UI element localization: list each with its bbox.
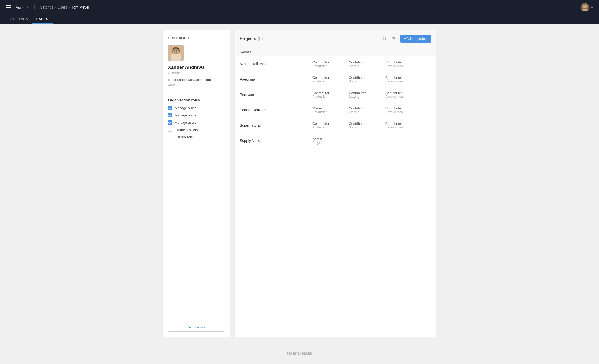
top-nav: Acme ▾ | Settings › Users › Tom Meyer ▾ [0, 0, 599, 15]
projects-header: Projects (6) + Add to pro [235, 30, 436, 47]
table-row: Paeonina Contributor Production Contribu… [235, 72, 436, 87]
role-group: Contributor Production [312, 76, 349, 83]
project-name: Supernatural [240, 123, 312, 127]
breadcrumb: Settings › Users › Tom Meyer [40, 5, 90, 9]
main-content: ‹ Back to users Xander Andrews Username … [157, 24, 442, 343]
org-name[interactable]: Acme ▾ [16, 5, 29, 10]
role-group: Viewer Production [312, 106, 349, 114]
role-group: Contributor Production [312, 91, 349, 99]
filter-icon [392, 37, 396, 41]
user-full-name: Xander Andrews [168, 65, 225, 70]
role-group: Contributer Development [385, 91, 422, 99]
role-manage-users[interactable]: Manage users [168, 120, 225, 125]
role-create-projects[interactable]: Create projects [168, 128, 225, 132]
projects-table: Name ▾ Natural Talisman Contributor Prod… [235, 47, 436, 148]
table-header-name[interactable]: Name ▾ [240, 50, 252, 54]
project-name: Peruvian [240, 93, 312, 97]
svg-point-9 [174, 50, 175, 51]
row-actions-button[interactable]: ⋮ [422, 91, 431, 99]
role-group: Contributor Production [312, 60, 349, 68]
role-group: Contributor Staging [349, 106, 385, 114]
role-manage-plans[interactable]: Manage plans [168, 113, 225, 117]
table-header: Name ▾ [235, 47, 436, 56]
svg-line-12 [385, 39, 386, 40]
nav-chevron-icon: ▾ [591, 5, 593, 9]
add-to-project-button[interactable]: + Add to project [400, 35, 431, 43]
table-row: Peruvian Contributor Production Contribu… [235, 87, 436, 102]
svg-point-1 [583, 5, 587, 8]
project-name: Natural Talisman [240, 62, 312, 66]
back-arrow-icon: ‹ [168, 36, 169, 40]
user-avatar-nav[interactable]: ▾ [581, 3, 593, 11]
svg-point-8 [173, 49, 178, 53]
checkbox-manage-billing[interactable] [168, 106, 172, 110]
role-group: Admin Project [312, 137, 349, 145]
role-group: Contributer Development [385, 76, 422, 83]
project-name: Paeonina [240, 77, 312, 81]
search-button[interactable] [381, 36, 388, 42]
breadcrumb-users[interactable]: Users [58, 5, 67, 9]
tab-users[interactable]: USERS [32, 15, 53, 24]
hamburger-icon[interactable] [6, 5, 11, 9]
role-group: Contributor Staging [349, 60, 385, 68]
role-group: Contributer Development [385, 60, 422, 68]
breadcrumb-settings[interactable]: Settings [40, 5, 54, 9]
project-name: Sonora Retreats [240, 108, 312, 112]
tab-bar: SETTINGS USERS [0, 15, 599, 24]
row-actions-button[interactable]: ⋮ [422, 60, 431, 68]
role-group: Contributer Development [385, 122, 422, 129]
role-group: Contributor Staging [349, 91, 385, 99]
sidebar-divider [168, 94, 225, 94]
user-sidebar: ‹ Back to users Xander Andrews Username … [163, 30, 230, 337]
sort-icon: ▾ [250, 50, 252, 54]
table-row: Supernatural Contributor Production Cont… [235, 118, 436, 133]
checkbox-manage-users[interactable] [168, 120, 172, 125]
row-actions-button[interactable]: ⋮ [422, 121, 431, 129]
user-username-label: Username [168, 71, 225, 75]
org-chevron-icon: ▾ [27, 5, 29, 9]
tab-settings[interactable]: SETTINGS [6, 15, 32, 24]
table-row: Supply Nation Admin Project ⋮ [235, 133, 436, 148]
svg-point-10 [176, 50, 177, 51]
row-actions-button[interactable]: ⋮ [422, 106, 431, 114]
role-group: Contributer Development [385, 106, 422, 114]
project-name: Supply Nation [240, 139, 312, 143]
search-icon [382, 37, 387, 41]
table-row: Natural Talisman Contributor Production … [235, 56, 436, 72]
footer-label: User Details [0, 343, 599, 364]
checkbox-list-projects[interactable] [168, 135, 172, 139]
projects-title: Projects (6) [240, 36, 263, 41]
remove-user-button[interactable]: Remove user [168, 323, 225, 332]
role-group: Contributor Staging [349, 122, 385, 129]
svg-rect-5 [171, 54, 181, 61]
projects-actions: + Add to project [381, 35, 431, 43]
user-email-label: Email [168, 83, 225, 86]
filter-button[interactable] [391, 36, 397, 42]
user-email: xander.andrews@acme.com [168, 78, 225, 82]
nav-divider: | [34, 5, 35, 10]
checkbox-manage-plans[interactable] [168, 113, 172, 117]
breadcrumb-current: Tom Meyer [71, 5, 89, 9]
role-list-projects[interactable]: List projects [168, 135, 225, 139]
projects-panel: Projects (6) + Add to pro [235, 30, 436, 337]
nav-avatar [581, 3, 589, 11]
row-actions-button[interactable]: ⋮ [422, 75, 431, 83]
role-group: Contributor Staging [349, 76, 385, 83]
nav-left: Acme ▾ | Settings › Users › Tom Meyer [6, 5, 89, 10]
role-group: Contributor Production [312, 122, 349, 129]
role-manage-billing[interactable]: Manage billing [168, 106, 225, 110]
org-roles-title: Organization roles [168, 98, 225, 102]
table-row: Sonora Retreats Viewer Production Contri… [235, 102, 436, 118]
back-link[interactable]: ‹ Back to users [168, 36, 225, 40]
row-actions-button[interactable]: ⋮ [422, 137, 431, 145]
checkbox-create-projects[interactable] [168, 128, 172, 132]
projects-count: (6) [258, 36, 263, 41]
user-avatar [168, 45, 184, 61]
